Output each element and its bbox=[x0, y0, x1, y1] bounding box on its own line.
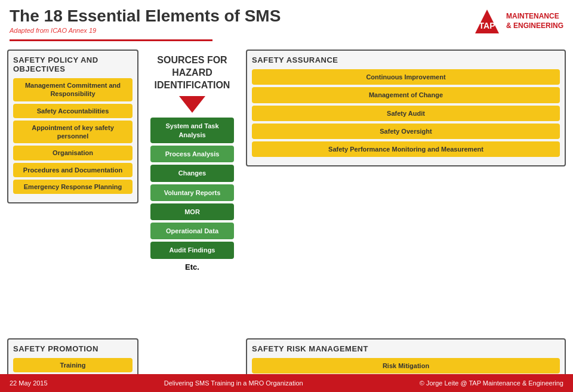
logo-area: TAP MAINTENANCE & ENGINEERING bbox=[473, 7, 563, 36]
assurance-item-0[interactable]: Continuous Improvement bbox=[252, 69, 560, 85]
source-item-2[interactable]: Changes bbox=[150, 165, 234, 181]
policy-item-3[interactable]: Organisation bbox=[13, 146, 133, 160]
source-item-5[interactable]: Operational Data bbox=[150, 223, 234, 239]
page-title: The 18 Essential Elements of SMS bbox=[10, 7, 281, 26]
header: The 18 Essential Elements of SMS Adapted… bbox=[0, 0, 573, 39]
source-etc: Etc. bbox=[185, 263, 199, 271]
promotion-item-0[interactable]: Training bbox=[13, 358, 133, 372]
source-item-1[interactable]: Process Analysis bbox=[150, 146, 234, 162]
source-item-3[interactable]: Voluntary Reports bbox=[150, 184, 234, 201]
arrow-down-icon bbox=[179, 96, 205, 113]
safety-policy-box: SAFETY POLICY AND OBJECTIVES Management … bbox=[7, 50, 138, 203]
safety-assurance-box: SAFETY ASSURANCE Continuous Improvement … bbox=[246, 50, 566, 166]
risk-item-0[interactable]: Risk Mitigation bbox=[252, 358, 560, 374]
header-left: The 18 Essential Elements of SMS Adapted… bbox=[10, 7, 281, 34]
source-item-4[interactable]: MOR bbox=[150, 203, 234, 220]
footer-right: © Jorge Leite @ TAP Maintenance & Engine… bbox=[420, 379, 563, 387]
assurance-item-2[interactable]: Safety Audit bbox=[252, 106, 560, 121]
logo-text: MAINTENANCE & ENGINEERING bbox=[506, 12, 563, 30]
footer-bar: 22 May 2015 Delivering SMS Training in a… bbox=[0, 374, 573, 392]
policy-item-2[interactable]: Appointment of key safety personnel bbox=[13, 121, 133, 144]
footer-center: Delivering SMS Training in a MRO Organiz… bbox=[164, 379, 303, 387]
tap-logo-icon: TAP bbox=[473, 7, 501, 36]
safety-promotion-title: SAFETY PROMOTION bbox=[13, 344, 133, 353]
header-subtitle: Adapted from ICAO Annex 19 bbox=[10, 27, 281, 34]
header-underline bbox=[10, 39, 212, 41]
source-item-6[interactable]: Audit Findings bbox=[150, 242, 234, 258]
assurance-item-3[interactable]: Safety Oversight bbox=[252, 124, 560, 139]
policy-item-0[interactable]: Management Commitment and Responsibility bbox=[13, 78, 133, 101]
sources-col: SOURCES FOR HAZARD IDENTIFICATION System… bbox=[138, 50, 246, 338]
footer-left: 22 May 2015 bbox=[10, 379, 48, 387]
policy-item-4[interactable]: Procedures and Documentation bbox=[13, 163, 133, 177]
safety-policy-title: SAFETY POLICY AND OBJECTIVES bbox=[13, 55, 133, 73]
policy-item-5[interactable]: Emergency Response Planning bbox=[13, 180, 133, 194]
sources-title: SOURCES FOR HAZARD IDENTIFICATION bbox=[138, 54, 246, 91]
assurance-item-4[interactable]: Safety Performance Monitoring and Measur… bbox=[252, 141, 560, 157]
assurance-item-1[interactable]: Management of Change bbox=[252, 87, 560, 103]
safety-risk-title: SAFETY RISK MANAGEMENT bbox=[252, 344, 560, 353]
safety-assurance-title: SAFETY ASSURANCE bbox=[252, 55, 560, 64]
source-item-0[interactable]: System and Task Analysis bbox=[150, 118, 234, 143]
policy-item-1[interactable]: Safety Accountabilities bbox=[13, 104, 133, 118]
main-content: SAFETY POLICY AND OBJECTIVES Management … bbox=[0, 46, 573, 338]
svg-text:TAP: TAP bbox=[479, 21, 495, 30]
safety-assurance-col: SAFETY ASSURANCE Continuous Improvement … bbox=[246, 50, 566, 338]
safety-policy-col: SAFETY POLICY AND OBJECTIVES Management … bbox=[7, 50, 138, 338]
